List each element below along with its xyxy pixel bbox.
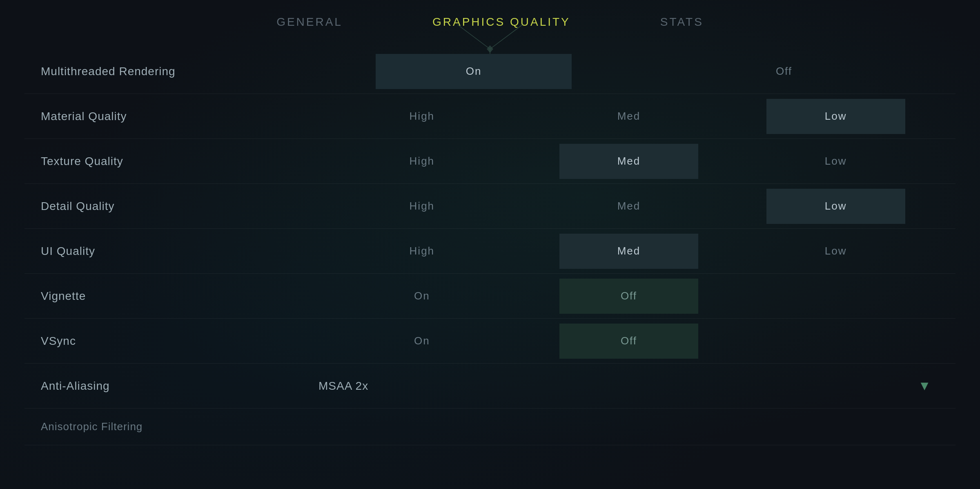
option-texture-med[interactable]: Med (559, 144, 698, 179)
option-detail-med[interactable]: Med (559, 189, 698, 224)
setting-row-vsync: VSync On Off (24, 319, 956, 364)
setting-row-anisotropic: Anisotropic Filtering (24, 409, 956, 445)
label-ui-quality: UI Quality (41, 245, 318, 258)
anti-aliasing-value: MSAA 2x (318, 380, 368, 393)
setting-row-anti-aliasing: Anti-Aliasing MSAA 2x ▼ (24, 364, 956, 409)
dropdown-anti-aliasing[interactable]: MSAA 2x ▼ (318, 378, 939, 393)
setting-row-vignette: Vignette On Off (24, 274, 956, 319)
options-ui-quality: High Med Low (318, 234, 939, 269)
option-texture-high[interactable]: High (352, 144, 491, 179)
option-ui-med[interactable]: Med (559, 234, 698, 269)
label-vignette: Vignette (41, 290, 318, 303)
option-texture-low[interactable]: Low (766, 144, 905, 179)
label-anti-aliasing: Anti-Aliasing (41, 380, 318, 393)
option-detail-high[interactable]: High (352, 189, 491, 224)
label-detail-quality: Detail Quality (41, 200, 318, 213)
tab-graphics-quality[interactable]: GRAPHICS QUALITY (424, 11, 579, 33)
setting-row-texture-quality: Texture Quality High Med Low (24, 139, 956, 184)
setting-row-ui-quality: UI Quality High Med Low (24, 229, 956, 274)
option-material-high[interactable]: High (352, 99, 491, 134)
option-material-low[interactable]: Low (766, 99, 905, 134)
options-vsync: On Off (318, 324, 939, 359)
nav-tabs: GENERAL GRAPHICS QUALITY STATS (0, 0, 980, 41)
option-vsync-on[interactable]: On (352, 324, 491, 359)
label-material-quality: Material Quality (41, 110, 318, 123)
option-material-med[interactable]: Med (559, 99, 698, 134)
option-detail-low[interactable]: Low (766, 189, 905, 224)
setting-row-material-quality: Material Quality High Med Low (24, 94, 956, 139)
main-container: GENERAL GRAPHICS QUALITY STATS Multithre… (0, 0, 980, 489)
tab-stats[interactable]: STATS (652, 11, 712, 33)
option-multithreaded-off[interactable]: Off (715, 54, 853, 89)
options-texture-quality: High Med Low (318, 144, 939, 179)
options-vignette: On Off (318, 279, 939, 314)
dropdown-arrow-icon: ▼ (918, 378, 931, 393)
option-vsync-off[interactable]: Off (559, 324, 698, 359)
setting-row-multithreaded-rendering: Multithreaded Rendering On Off (24, 49, 956, 94)
options-material-quality: High Med Low (318, 99, 939, 134)
tab-general[interactable]: GENERAL (268, 11, 351, 33)
options-multithreaded-rendering: On Off (318, 54, 939, 89)
option-ui-low[interactable]: Low (766, 234, 905, 269)
option-vignette-on[interactable]: On (352, 279, 491, 314)
settings-content: Multithreaded Rendering On Off Material … (0, 41, 980, 453)
label-texture-quality: Texture Quality (41, 155, 318, 168)
setting-row-detail-quality: Detail Quality High Med Low (24, 184, 956, 229)
label-vsync: VSync (41, 335, 318, 348)
label-anisotropic: Anisotropic Filtering (41, 420, 318, 433)
options-detail-quality: High Med Low (318, 189, 939, 224)
option-ui-high[interactable]: High (352, 234, 491, 269)
option-multithreaded-on[interactable]: On (376, 54, 572, 89)
label-multithreaded-rendering: Multithreaded Rendering (41, 65, 318, 78)
option-vignette-off[interactable]: Off (559, 279, 698, 314)
